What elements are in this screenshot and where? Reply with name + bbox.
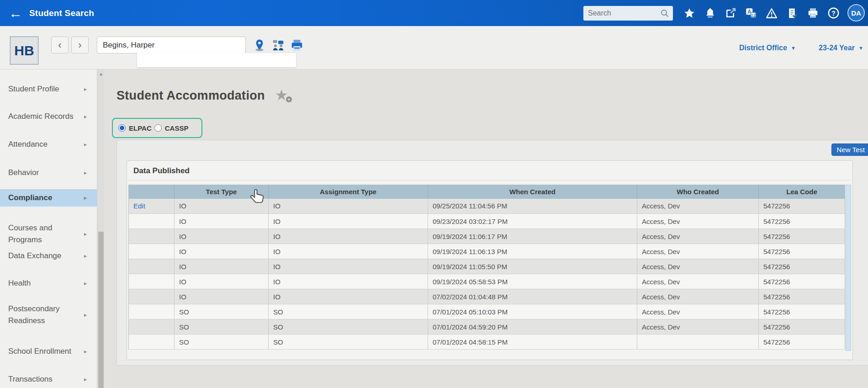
global-search: [583, 6, 673, 21]
who-created-cell: Access, Dev: [637, 304, 759, 319]
chevron-right-icon: ▸: [84, 111, 87, 122]
column-header-test-type[interactable]: Test Type: [175, 185, 269, 199]
table-row: EditIOIO09/25/2024 11:04:56 PMAccess, De…: [129, 199, 845, 214]
radio-selected-icon[interactable]: [118, 124, 126, 132]
chevron-right-icon: ▸: [84, 373, 87, 385]
new-test-button[interactable]: New Test: [831, 144, 868, 156]
student-name-input[interactable]: [97, 37, 246, 53]
assignment-type-cell: IO: [269, 244, 428, 259]
radio-option-elpac[interactable]: ELPAC: [118, 124, 152, 132]
translate-icon[interactable]: A字: [745, 7, 757, 20]
chevron-down-icon: ▼: [791, 45, 796, 51]
edit-cell: [129, 335, 175, 350]
column-header-lea-code[interactable]: Lea Code: [759, 185, 845, 199]
year-selector[interactable]: 23-24 Year ▼: [819, 26, 863, 69]
scrollbar-thumb[interactable]: [98, 232, 104, 388]
notifications-bell-icon[interactable]: [704, 7, 716, 20]
sidebar-item-label: Student Profile: [8, 85, 59, 93]
next-student-button[interactable]: ›: [71, 37, 89, 53]
radio-option-cassp[interactable]: CASSP: [154, 124, 189, 132]
location-pin-icon[interactable]: [252, 38, 267, 53]
topbar-icon-group: A字 ?: [683, 0, 840, 26]
edit-link[interactable]: Edit: [133, 202, 145, 210]
who-created-cell: Access, Dev: [637, 259, 759, 274]
school-selector[interactable]: District Office ▼: [739, 26, 796, 69]
radio-label: ELPAC: [129, 124, 152, 132]
favorites-star-icon[interactable]: [683, 7, 696, 20]
sidebar-item-academic-records[interactable]: Academic Records▸: [0, 108, 97, 125]
chevron-right-icon: ▸: [84, 167, 87, 179]
who-created-cell: Access, Dev: [637, 244, 759, 259]
help-icon[interactable]: ?: [827, 7, 840, 20]
edit-cell: [129, 304, 175, 319]
sidebar-item-postsecondary-readiness[interactable]: Postsecondary Readiness▸: [0, 300, 97, 330]
search-input[interactable]: [583, 6, 673, 21]
column-header-who-created[interactable]: Who Created: [637, 185, 759, 199]
scroll-up-icon[interactable]: ▲: [99, 71, 103, 76]
student-initials-avatar[interactable]: HB: [10, 37, 38, 64]
sidebar-item-transactions[interactable]: Transactions▸: [0, 371, 97, 388]
sidebar-item-behavior[interactable]: Behavior▸: [0, 164, 97, 181]
sidebar-item-school-enrollment[interactable]: School Enrollment▸: [0, 343, 97, 360]
table-row: IOIO09/19/2024 11:05:50 PMAccess, Dev547…: [129, 259, 845, 274]
who-created-cell: [637, 335, 759, 350]
sidebar-item-label: Transactions: [8, 375, 53, 383]
student-header-bar: HB ‹ › District Office ▼ 23-24 Year ▼: [0, 26, 868, 69]
data-published-table: Test TypeAssignment TypeWhen CreatedWho …: [128, 185, 845, 350]
conference-people-icon[interactable]: [271, 38, 286, 53]
star-plus-icon[interactable]: ★ +: [275, 88, 291, 103]
sidebar-item-attendance[interactable]: Attendance▸: [0, 136, 97, 153]
table-scrollbar[interactable]: [846, 185, 851, 351]
sidebar-item-student-profile[interactable]: Student Profile▸: [0, 80, 97, 98]
student-action-icons: [252, 38, 304, 53]
main-content: Student Accommodation ★ + ELPAC CASSP Ne…: [104, 69, 868, 388]
when-created-cell: 07/01/2024 04:59:20 PM: [428, 319, 637, 335]
back-arrow-icon[interactable]: ←: [5, 3, 26, 23]
compose-icon[interactable]: [724, 7, 737, 20]
when-created-cell: 09/19/2024 11:06:17 PM: [428, 229, 637, 244]
when-created-cell: 07/02/2024 01:04:48 PM: [428, 289, 637, 304]
test-type-cell: IO: [175, 289, 269, 304]
sidebar-item-label: Academic Records: [8, 112, 74, 121]
when-created-cell: 09/19/2024 05:58:53 PM: [428, 274, 637, 289]
lea-code-cell: 5472256: [759, 199, 845, 214]
panel-title: Data Published: [127, 161, 852, 180]
print-icon[interactable]: [806, 7, 819, 20]
user-avatar[interactable]: DA: [847, 4, 865, 21]
sidebar-item-label: Health: [8, 279, 31, 287]
test-type-cell: IO: [175, 244, 269, 259]
when-created-cell: 09/23/2024 03:02:17 PM: [428, 214, 637, 229]
school-selector-label: District Office: [739, 44, 787, 52]
test-type-cell: IO: [175, 274, 269, 289]
test-type-cell: IO: [175, 214, 269, 229]
chevron-right-icon: ▸: [84, 309, 87, 321]
previous-student-button[interactable]: ‹: [51, 37, 69, 53]
assignment-type-cell: IO: [269, 274, 428, 289]
sidebar-scrollbar[interactable]: ▲: [97, 69, 104, 388]
chevron-right-icon: ▸: [84, 228, 87, 240]
forms-check-icon[interactable]: [786, 7, 799, 20]
edit-cell: [129, 244, 175, 259]
table-row: IOIO09/23/2024 03:02:17 PMAccess, Dev547…: [129, 214, 845, 229]
sidebar-item-compliance[interactable]: Compliance▸: [0, 189, 97, 207]
who-created-cell: Access, Dev: [637, 289, 759, 304]
sidebar-item-label: Postsecondary Readiness: [8, 304, 59, 325]
sidebar-item-label: Behavior: [8, 168, 39, 177]
sidebar-item-data-exchange[interactable]: Data Exchange▸: [0, 247, 97, 265]
sidebar-item-health[interactable]: Health▸: [0, 275, 97, 292]
who-created-cell: Access, Dev: [637, 319, 759, 335]
sidebar-item-courses-and-programs[interactable]: Courses and Programs▸: [0, 219, 97, 249]
test-type-cell: SO: [175, 319, 269, 335]
alerts-warning-icon[interactable]: [765, 7, 778, 20]
lea-code-cell: 5472256: [759, 214, 845, 229]
divider: [128, 180, 852, 181]
print-student-icon[interactable]: [290, 38, 304, 53]
page-context-title: Student Search: [29, 8, 94, 18]
lea-code-cell: 5472256: [759, 274, 845, 289]
radio-unselected-icon[interactable]: [154, 124, 162, 132]
column-header-edit[interactable]: [129, 185, 175, 199]
column-header-when-created[interactable]: When Created: [428, 185, 637, 199]
search-icon[interactable]: [660, 9, 669, 20]
column-header-assignment-type[interactable]: Assignment Type: [269, 185, 428, 199]
chevron-right-icon: ▸: [84, 345, 87, 357]
